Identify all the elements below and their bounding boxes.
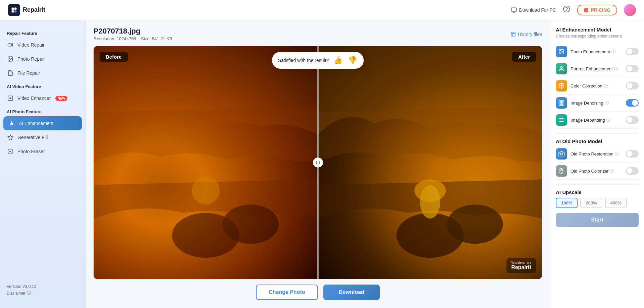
photo-repair-icon	[7, 55, 14, 63]
satisfaction-popup: Satisfied with the result? 👍 👎	[272, 52, 364, 69]
photo-eraser-label: Photo Eraser	[17, 149, 45, 154]
image-before	[94, 46, 318, 279]
ai-video-feature-label: AI Video Feature	[0, 81, 85, 91]
thumbs-down-button[interactable]: 👎	[347, 55, 358, 65]
sidebar-item-video-enhancer[interactable]: Video Enhancer NEW	[0, 91, 85, 105]
image-debanding-info[interactable]: ⓘ	[606, 117, 610, 123]
portrait-enhancement-toggle[interactable]	[626, 65, 639, 72]
disclaimer-info-icon: ⓘ	[27, 290, 31, 296]
sidebar-bottom: Version: V3.0.12 Disclaimer ⓘ	[0, 279, 85, 301]
svg-point-21	[447, 204, 503, 244]
help-icon[interactable]	[563, 5, 570, 14]
logo[interactable]: Repairit	[8, 4, 45, 16]
svg-rect-2	[12, 10, 14, 12]
old-photo-colorizer-toggle[interactable]	[626, 167, 639, 175]
svg-marker-13	[8, 135, 13, 140]
history-button[interactable]: History files	[511, 32, 542, 37]
svg-point-6	[566, 10, 567, 11]
image-denoising-info[interactable]: ⓘ	[605, 100, 609, 106]
color-correction-label: Color Correction ⓘ	[571, 83, 623, 89]
upscale-400-button[interactable]: 400%	[605, 198, 627, 208]
disclaimer-btn[interactable]: Disclaimer ⓘ	[7, 290, 78, 296]
before-label: Before	[100, 52, 128, 62]
sidebar-item-photo-eraser[interactable]: Photo Eraser	[0, 144, 85, 159]
photo-eraser-icon	[7, 148, 14, 155]
image-viewer: Before After Satisfied with the result? …	[94, 46, 542, 279]
file-size: Size: 841.21 KB.	[141, 36, 173, 41]
panel-divider-1	[556, 133, 639, 134]
upscale-section: AI Upscale 100% 200% 400%	[556, 189, 639, 208]
svg-point-11	[9, 58, 10, 58]
repair-feature-label: Repair Feature	[0, 28, 85, 38]
nav-right: Download For PC PRICING	[511, 4, 636, 16]
video-repair-label: Video Repair	[17, 42, 45, 48]
sidebar-item-video-repair[interactable]: Video Repair	[0, 38, 85, 52]
photo-enhancement-icon	[556, 46, 567, 57]
enhancement-portrait: Portrait Enhancement ⓘ	[556, 60, 639, 77]
photo-enhancement-toggle[interactable]	[626, 48, 639, 55]
old-photo-colorizer-label: Old Photo Colorizer ⓘ	[571, 168, 623, 174]
panel-divider-2	[556, 184, 639, 185]
svg-point-35	[561, 170, 562, 170]
file-repair-label: File Repair	[17, 70, 40, 76]
nav-download-pc-btn[interactable]: Download For PC	[511, 7, 556, 13]
color-correction-info[interactable]: ⓘ	[604, 83, 608, 89]
photo-repair-label: Photo Repair	[17, 56, 45, 62]
pricing-label: PRICING	[591, 7, 610, 13]
sky-before-bg	[94, 46, 318, 279]
ai-enhancement-icon	[8, 120, 15, 127]
portrait-enhancement-info[interactable]: ⓘ	[614, 66, 618, 72]
watermark-sub: Wondershare	[511, 261, 531, 264]
old-photo-restoration-info[interactable]: ⓘ	[615, 151, 619, 157]
slider-handle[interactable]	[313, 158, 323, 168]
new-badge: NEW	[55, 96, 67, 101]
svg-rect-4	[512, 8, 517, 11]
image-denoising-toggle[interactable]	[626, 99, 639, 107]
file-info-bar: P2070718.jpg Resolution: 1024×768 Size: …	[94, 27, 542, 41]
content-area: P2070718.jpg Resolution: 1024×768 Size: …	[86, 20, 550, 308]
bottom-actions: Change Photo Download	[94, 279, 542, 301]
photo-enhancement-info[interactable]: ⓘ	[611, 49, 615, 55]
watermark: Wondershare Repairit	[506, 258, 536, 273]
file-meta: Resolution: 1024×768 Size: 841.21 KB.	[94, 36, 173, 41]
enhancement-old-photo-restoration: Old Photo Restoration ⓘ	[556, 145, 639, 163]
photo-enhancement-label: Photo Enhancement ⓘ	[571, 49, 623, 55]
svg-rect-31	[560, 103, 561, 105]
download-pc-label: Download For PC	[519, 7, 556, 13]
ai-enhancement-title: AI Enhancement Model	[556, 27, 639, 33]
upscale-200-button[interactable]: 200%	[580, 198, 602, 208]
sidebar-item-generative-fill[interactable]: Generative Fill	[0, 130, 85, 144]
version-label: Version: V3.0.12	[7, 284, 78, 289]
pricing-button[interactable]: PRICING	[577, 5, 617, 15]
svg-point-23	[420, 185, 440, 219]
generative-fill-icon	[7, 134, 14, 141]
download-button[interactable]: Download	[323, 285, 380, 300]
svg-point-36	[562, 170, 563, 171]
history-label: History files	[518, 32, 542, 37]
change-photo-button[interactable]: Change Photo	[256, 285, 318, 300]
upscale-title: AI Upscale	[556, 189, 639, 195]
svg-rect-16	[511, 32, 515, 36]
svg-rect-1	[14, 7, 17, 10]
sidebar-item-photo-repair[interactable]: Photo Repair	[0, 52, 85, 66]
old-photo-title: AI Old Photo Model	[556, 138, 639, 144]
thumbs-up-button[interactable]: 👍	[333, 55, 343, 65]
file-resolution: Resolution: 1024×768	[94, 36, 136, 41]
sidebar-item-ai-enhancement[interactable]: AI Enhancement	[3, 116, 82, 130]
sidebar-item-file-repair[interactable]: File Repair	[0, 66, 85, 80]
video-enhancer-label: Video Enhancer	[17, 96, 51, 101]
upscale-100-button[interactable]: 100%	[556, 198, 578, 208]
old-photo-colorizer-info[interactable]: ⓘ	[610, 168, 614, 174]
image-debanding-label: Image Debanding ⓘ	[571, 117, 623, 123]
user-avatar[interactable]	[624, 4, 636, 16]
old-photo-restoration-icon	[556, 148, 567, 160]
svg-point-26	[560, 66, 562, 68]
start-button[interactable]: Start	[556, 213, 639, 227]
image-denoising-label: Image Denoising ⓘ	[571, 100, 623, 106]
svg-point-33	[560, 153, 562, 155]
color-correction-toggle[interactable]	[626, 82, 639, 89]
svg-rect-0	[12, 7, 14, 10]
image-after	[318, 46, 542, 279]
image-debanding-toggle[interactable]	[626, 116, 639, 124]
old-photo-restoration-toggle[interactable]	[626, 150, 639, 158]
